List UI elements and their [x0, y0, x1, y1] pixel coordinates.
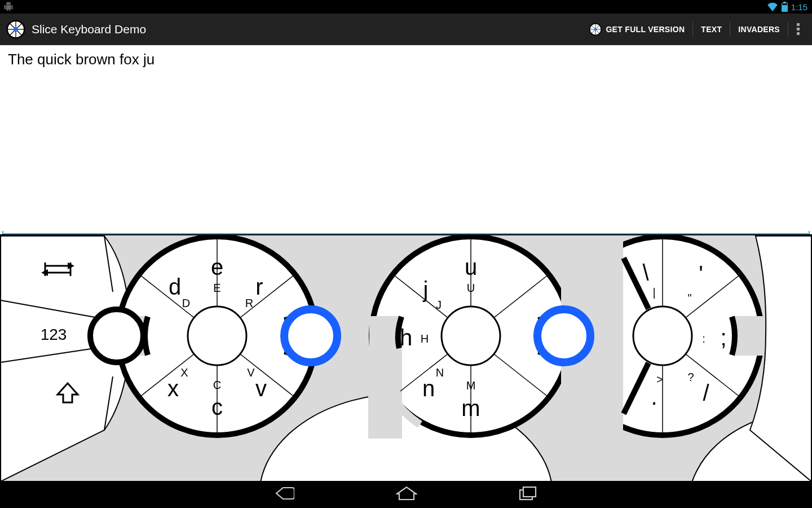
- key-quote[interactable]: ': [699, 261, 703, 286]
- key-c[interactable]: c: [211, 395, 223, 419]
- key-period[interactable]: .: [651, 384, 657, 409]
- touch-circle-active-1[interactable]: [284, 309, 337, 362]
- svg-text:D: D: [182, 297, 190, 309]
- svg-text:|: |: [652, 286, 655, 299]
- svg-text:V: V: [247, 366, 255, 379]
- editor-content: The quick brown fox ju: [8, 51, 155, 68]
- key-d[interactable]: d: [169, 274, 181, 299]
- svg-text::: :: [702, 332, 705, 345]
- key-n[interactable]: n: [422, 376, 435, 401]
- home-button[interactable]: [396, 486, 417, 503]
- svg-text:>: >: [656, 373, 663, 386]
- svg-text:J: J: [436, 299, 442, 311]
- svg-point-8: [14, 27, 19, 32]
- key-j[interactable]: j: [423, 277, 429, 302]
- svg-text:?: ?: [687, 371, 694, 383]
- app-icon: [5, 18, 27, 41]
- key-m[interactable]: m: [461, 396, 480, 421]
- text-editor[interactable]: The quick brown fox ju: [0, 45, 812, 233]
- status-time: 1:15: [791, 2, 807, 12]
- key-v[interactable]: v: [255, 376, 267, 401]
- key-e[interactable]: e: [211, 255, 223, 279]
- key-backslash[interactable]: \: [642, 260, 649, 285]
- key-semicolon[interactable]: ;: [720, 325, 726, 350]
- text-label: TEXT: [701, 25, 722, 34]
- svg-text:H: H: [421, 332, 429, 345]
- svg-point-14: [594, 28, 597, 31]
- status-bar: 1:15: [0, 0, 812, 14]
- navigation-bar: [0, 481, 812, 508]
- key-x[interactable]: x: [167, 376, 179, 401]
- back-button[interactable]: [275, 485, 294, 503]
- svg-rect-15: [797, 23, 800, 26]
- touch-circle-1[interactable]: [90, 309, 143, 362]
- svg-text:N: N: [436, 366, 444, 379]
- invaders-button[interactable]: INVADERS: [730, 14, 788, 45]
- numeric-label: 123: [41, 326, 67, 343]
- battery-icon: [782, 2, 788, 12]
- svg-rect-16: [797, 28, 800, 30]
- invaders-label: INVADERS: [738, 25, 780, 34]
- recent-apps-button[interactable]: [519, 486, 537, 503]
- svg-text:M: M: [466, 379, 476, 392]
- overflow-menu-button[interactable]: [788, 14, 809, 45]
- text-button[interactable]: TEXT: [693, 14, 730, 45]
- app-title: Slice Keyboard Demo: [32, 23, 146, 36]
- svg-point-41: [188, 306, 246, 365]
- svg-rect-78: [523, 487, 536, 497]
- key-r[interactable]: r: [255, 274, 263, 299]
- svg-rect-66: [733, 316, 767, 356]
- svg-text:E: E: [213, 282, 220, 294]
- svg-rect-2: [782, 3, 787, 5]
- action-bar: Slice Keyboard Demo GET FULL VERSION TEX…: [0, 14, 812, 45]
- get-full-version-label: GET FULL VERSION: [606, 25, 685, 34]
- svg-text:": ": [687, 292, 691, 304]
- svg-text:R: R: [245, 297, 253, 309]
- key-h[interactable]: h: [400, 325, 412, 350]
- svg-text:C: C: [213, 379, 221, 391]
- key-slash[interactable]: /: [703, 380, 709, 405]
- key-u[interactable]: u: [465, 255, 477, 279]
- svg-rect-17: [797, 32, 800, 35]
- get-full-version-button[interactable]: GET FULL VERSION: [581, 14, 692, 45]
- slice-keyboard[interactable]: 123 d D e E r R v V: [0, 234, 812, 481]
- wifi-icon: [767, 2, 778, 11]
- svg-text:X: X: [180, 366, 188, 379]
- svg-point-58: [442, 306, 500, 365]
- touch-circle-active-2[interactable]: [537, 309, 590, 362]
- svg-point-71: [633, 306, 692, 365]
- svg-rect-1: [783, 2, 786, 3]
- svg-text:U: U: [467, 282, 475, 294]
